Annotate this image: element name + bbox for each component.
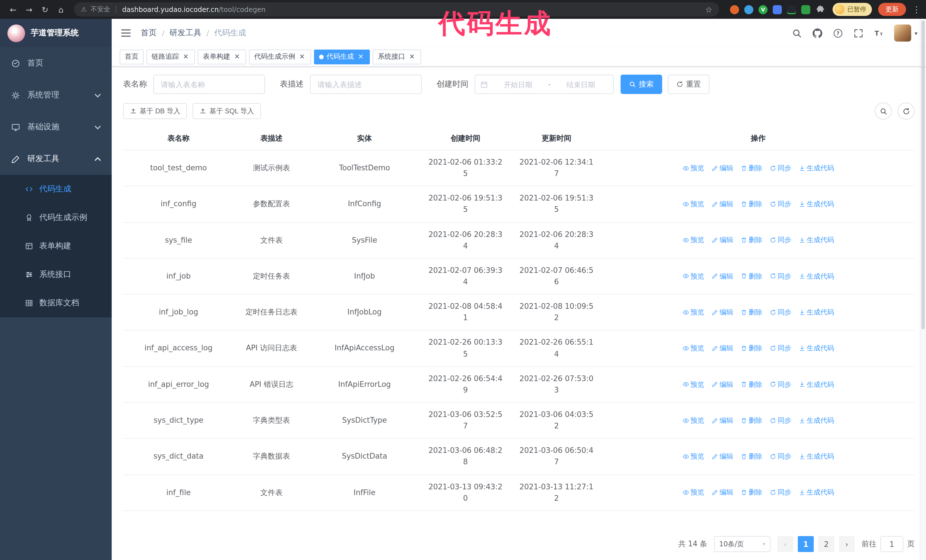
preview-link[interactable]: 预览 [682, 199, 704, 209]
close-icon[interactable]: × [357, 53, 365, 61]
tab-home[interactable]: 首页 [120, 49, 144, 64]
generate-code-link[interactable]: 生成代码 [799, 379, 834, 389]
table-name-input[interactable] [153, 75, 265, 94]
sidebar-item-form-builder[interactable]: 表单构建 [0, 232, 112, 260]
close-icon[interactable]: × [182, 53, 190, 61]
reload-icon[interactable]: ↻ [38, 2, 53, 17]
github-icon[interactable] [812, 28, 823, 38]
page-size-select[interactable]: 10条/页 ▾ [714, 536, 770, 552]
generate-code-link[interactable]: 生成代码 [799, 451, 834, 462]
next-page-button[interactable]: › [839, 536, 855, 552]
date-end-input[interactable] [553, 80, 608, 89]
delete-link[interactable]: 删除 [740, 199, 762, 209]
edit-link[interactable]: 编辑 [711, 379, 733, 389]
generate-code-link[interactable]: 生成代码 [799, 488, 834, 498]
sidebar-item-system[interactable]: 系统管理 [0, 79, 112, 111]
tab-codegen-active[interactable]: 代码生成× [314, 49, 370, 64]
close-icon[interactable]: × [408, 53, 416, 61]
generate-code-link[interactable]: 生成代码 [799, 163, 834, 174]
edit-link[interactable]: 编辑 [711, 343, 733, 354]
reset-button[interactable]: 重置 [668, 75, 710, 94]
generate-code-link[interactable]: 生成代码 [799, 415, 834, 426]
preview-link[interactable]: 预览 [682, 343, 704, 354]
sidebar-item-infrastructure[interactable]: 基础设施 [0, 111, 112, 143]
preview-link[interactable]: 预览 [682, 307, 704, 318]
back-icon[interactable]: ← [6, 2, 21, 17]
table-desc-input[interactable] [310, 75, 422, 94]
sync-link[interactable]: 同步 [770, 271, 791, 281]
extension-icon[interactable] [787, 5, 796, 14]
sync-link[interactable]: 同步 [770, 379, 791, 389]
forward-icon[interactable]: → [22, 2, 36, 17]
tab-tracing[interactable]: 链路追踪× [147, 49, 195, 64]
help-icon[interactable]: ? [832, 28, 843, 38]
preview-link[interactable]: 预览 [682, 271, 704, 281]
delete-link[interactable]: 删除 [740, 343, 762, 354]
extension-icon[interactable]: V [758, 5, 767, 14]
edit-link[interactable]: 编辑 [711, 163, 733, 174]
browser-menu-icon[interactable]: ⋮ [912, 4, 920, 15]
preview-link[interactable]: 预览 [682, 235, 704, 246]
app-logo[interactable]: 芋道管理系统 [0, 19, 112, 47]
preview-link[interactable]: 预览 [682, 379, 704, 389]
sync-link[interactable]: 同步 [770, 307, 791, 318]
sync-link[interactable]: 同步 [770, 235, 791, 246]
date-start-input[interactable] [491, 80, 545, 89]
bookmark-star-icon[interactable]: ☆ [705, 5, 712, 14]
generate-code-link[interactable]: 生成代码 [799, 199, 834, 209]
page-button-2[interactable]: 2 [818, 536, 834, 552]
profile-chip[interactable]: 已暂停 [832, 3, 872, 16]
edit-link[interactable]: 编辑 [711, 415, 733, 426]
extensions-puzzle-icon[interactable] [816, 5, 825, 14]
browser-update-button[interactable]: 更新 [878, 3, 906, 16]
tab-form-builder[interactable]: 表单构建× [198, 49, 246, 64]
extension-icon[interactable] [801, 5, 810, 14]
generate-code-link[interactable]: 生成代码 [799, 235, 834, 246]
goto-page-input[interactable] [881, 536, 903, 552]
fullscreen-icon[interactable] [853, 28, 864, 38]
close-icon[interactable]: × [298, 53, 306, 61]
scrollbar-thumb[interactable] [921, 21, 925, 329]
edit-link[interactable]: 编辑 [711, 307, 733, 318]
tab-codegen-example[interactable]: 代码生成示例× [249, 49, 311, 64]
extension-icon[interactable] [744, 5, 754, 14]
prev-page-button[interactable]: ‹ [777, 536, 793, 552]
sidebar-item-devtools[interactable]: 研发工具 [0, 143, 112, 175]
edit-link[interactable]: 编辑 [711, 235, 733, 246]
tab-system-api[interactable]: 系统接口× [373, 49, 421, 64]
sidebar-item-db-doc[interactable]: 数据库文档 [0, 289, 112, 317]
preview-link[interactable]: 预览 [682, 451, 704, 462]
extension-icon[interactable] [773, 5, 782, 14]
font-size-icon[interactable]: TT [873, 28, 884, 38]
preview-link[interactable]: 预览 [682, 163, 704, 174]
generate-code-link[interactable]: 生成代码 [799, 343, 834, 354]
delete-link[interactable]: 删除 [740, 415, 762, 426]
sync-link[interactable]: 同步 [770, 343, 791, 354]
refresh-table-button[interactable] [897, 103, 915, 120]
sidebar-item-system-api[interactable]: 系统接口 [0, 260, 112, 289]
breadcrumb-devtools[interactable]: 研发工具 [169, 28, 201, 38]
delete-link[interactable]: 删除 [740, 163, 762, 174]
sync-link[interactable]: 同步 [770, 488, 791, 498]
delete-link[interactable]: 删除 [740, 307, 762, 318]
delete-link[interactable]: 删除 [740, 451, 762, 462]
page-button-1[interactable]: 1 [798, 536, 814, 552]
generate-code-link[interactable]: 生成代码 [799, 271, 834, 281]
edit-link[interactable]: 编辑 [711, 451, 733, 462]
import-sql-button[interactable]: 基于 SQL 导入 [193, 103, 261, 119]
sync-link[interactable]: 同步 [770, 451, 791, 462]
preview-link[interactable]: 预览 [682, 488, 704, 498]
delete-link[interactable]: 删除 [740, 488, 762, 498]
delete-link[interactable]: 删除 [740, 379, 762, 389]
address-bar[interactable]: ⚠ 不安全 dashboard.yudao.iocoder.cn/tool/co… [74, 2, 719, 17]
hamburger-icon[interactable] [120, 27, 132, 39]
user-menu[interactable]: ▾ [894, 24, 917, 42]
edit-link[interactable]: 编辑 [711, 199, 733, 209]
generate-code-link[interactable]: 生成代码 [799, 307, 834, 318]
preview-link[interactable]: 预览 [682, 415, 704, 426]
page-scrollbar[interactable] [920, 19, 926, 560]
sidebar-item-codegen[interactable]: 代码生成 [0, 175, 112, 203]
breadcrumb-home[interactable]: 首页 [141, 28, 157, 38]
sync-link[interactable]: 同步 [770, 415, 791, 426]
toggle-search-button[interactable] [875, 103, 892, 120]
